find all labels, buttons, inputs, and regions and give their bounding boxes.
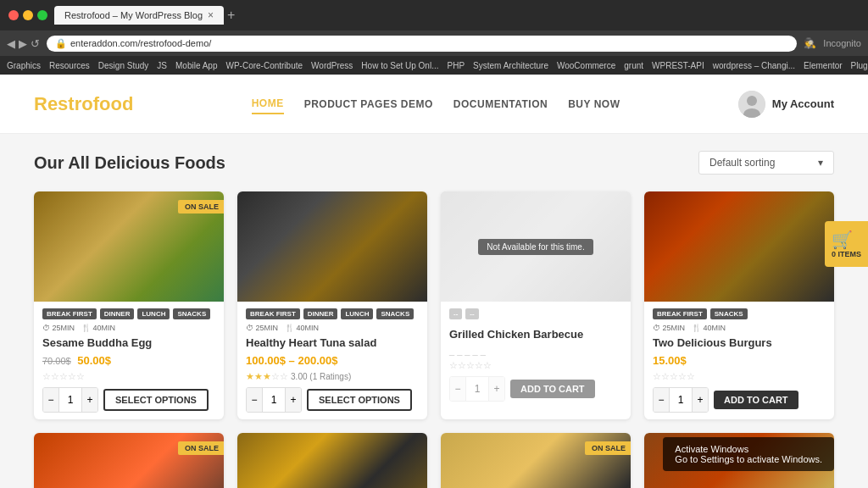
bookmark-wpcore[interactable]: WP-Core-Contribute: [225, 61, 303, 70]
add-to-cart-row-4: − + Add To Cart: [653, 387, 826, 413]
nav-buy-now[interactable]: BUY NOW: [568, 95, 620, 114]
nav-home[interactable]: HOME: [252, 94, 284, 114]
qty-control-4: − +: [653, 387, 709, 413]
tag-row-1: BREAK FIRST DINNER LUNCH SNACKS: [42, 308, 215, 319]
tag-dinner-2: DINNER: [303, 308, 338, 319]
minimize-btn[interactable]: [23, 10, 33, 20]
qty-input-4[interactable]: [669, 388, 693, 412]
bookmark-grunt[interactable]: grunt: [624, 61, 643, 70]
close-tab-icon[interactable]: ×: [208, 9, 214, 21]
activate-line2: Go to Settings to activate Windows.: [675, 454, 822, 464]
incognito-icon: 🕵️: [804, 37, 816, 49]
header-right: My Account: [738, 91, 834, 118]
activate-line1: Activate Windows: [675, 444, 822, 454]
browser-chrome: Restrofood – My WordPress Blog × +: [0, 0, 868, 30]
select-options-btn-2[interactable]: Select Options: [307, 389, 412, 411]
product-body-3: -- -- Grilled Chicken Barbecue _ _ _ _ _…: [441, 302, 631, 408]
product-card-5: ON SALE ⏱ 25MIN 🍴 40MIN: [34, 433, 224, 488]
qty-decrease-3[interactable]: −: [450, 377, 465, 401]
bookmark-js[interactable]: JS: [157, 61, 167, 70]
back-btn[interactable]: ◀: [7, 37, 15, 50]
active-tab[interactable]: Restrofood – My WordPress Blog ×: [54, 6, 224, 25]
tag-lunch-2: LUNCH: [341, 308, 373, 319]
product-name-3: Grilled Chicken Barbecue: [449, 328, 622, 342]
qty-increase-4[interactable]: +: [693, 388, 708, 412]
price-4: 15.00$: [653, 354, 687, 367]
lock-icon: 🔒: [55, 38, 67, 49]
bookmark-sysarch[interactable]: System Architecture: [473, 61, 548, 70]
qty-increase-3[interactable]: +: [489, 377, 504, 401]
tag-snacks: SNACKS: [173, 308, 210, 319]
product-image-3: Not Available for this time.: [441, 191, 631, 302]
logo[interactable]: Restrofood: [34, 93, 133, 115]
cart-icon: 🛒: [832, 230, 861, 250]
bookmark-howto[interactable]: How to Set Up Onl...: [361, 61, 438, 70]
add-to-cart-btn-4[interactable]: Add To Cart: [714, 391, 798, 409]
tag-breakfast: BREAK FIRST: [42, 308, 97, 319]
bookmark-wprest[interactable]: WPREST-API: [652, 61, 704, 70]
not-available-overlay: Not Available for this time.: [441, 191, 631, 302]
qty-input-3[interactable]: [465, 377, 489, 401]
account-label[interactable]: My Account: [772, 97, 834, 110]
bookmark-mobile[interactable]: Mobile App: [175, 61, 217, 70]
qty-decrease-4[interactable]: −: [654, 388, 669, 412]
refresh-btn[interactable]: ↺: [31, 37, 40, 50]
close-btn[interactable]: [8, 10, 19, 20]
nav-product-pages[interactable]: PRODUCT PAGES DEMO: [304, 95, 433, 114]
qty-control-1: − +: [42, 387, 98, 413]
nav-documentation[interactable]: DOCUMENTATION: [453, 95, 548, 114]
tag-breakfast-4: BREAK FIRST: [653, 308, 707, 319]
user-avatar: [738, 91, 765, 118]
price-row-1: 70.00$ 50.00$: [42, 354, 215, 367]
tag-3a: --: [449, 308, 462, 319]
forward-btn[interactable]: ▶: [19, 37, 27, 50]
bookmark-wpchangi[interactable]: wordpress – Changi...: [713, 61, 795, 70]
cart-bubble[interactable]: 🛒 0 ITEMS: [825, 221, 868, 267]
bookmark-woo[interactable]: WooCommerce: [557, 61, 615, 70]
sort-dropdown[interactable]: Default sorting ▾: [698, 151, 834, 175]
maximize-btn[interactable]: [37, 10, 47, 20]
price-2: 100.00$ – 200.00$: [246, 354, 337, 367]
bookmark-elementor[interactable]: Elementor: [804, 61, 843, 70]
qty-increase-2[interactable]: +: [286, 388, 301, 412]
qty-input-1[interactable]: [58, 388, 82, 412]
product-image-7: ON SALE: [441, 433, 631, 488]
cart-count: 0 ITEMS: [832, 250, 861, 258]
section-title: Our All Delicious Foods: [34, 153, 225, 173]
qty-input-2[interactable]: [262, 388, 286, 412]
bookmark-design[interactable]: Design Study: [98, 61, 148, 70]
on-sale-badge-1: ON SALE: [178, 200, 224, 214]
add-to-cart-row-3: − + Add To Cart: [449, 376, 622, 402]
price-row-4: 15.00$: [653, 354, 826, 367]
address-bar[interactable]: 🔒 enteraddon.com/restrofood-demo/: [47, 36, 797, 52]
product-image-4: [644, 191, 834, 302]
bookmark-resources[interactable]: Resources: [49, 61, 90, 70]
section-header: Our All Delicious Foods Default sorting …: [34, 151, 834, 175]
add-to-cart-row-2: − + Select Options: [246, 387, 419, 413]
qty-control-3: − +: [449, 376, 505, 402]
add-to-cart-btn-3[interactable]: Add To Cart: [510, 380, 595, 398]
price-1: 50.00$: [77, 354, 111, 367]
qty-decrease-2[interactable]: −: [247, 388, 262, 412]
qty-control-2: − +: [246, 387, 302, 413]
tab-title: Restrofood – My WordPress Blog: [64, 10, 203, 20]
product-body-4: BREAK FIRST SNACKS ⏱ 25MIN 🍴 40MIN Two D…: [644, 302, 834, 419]
chevron-down-icon: ▾: [818, 157, 823, 169]
logo-text1: Restro: [34, 93, 93, 114]
bookmark-php[interactable]: PHP: [448, 61, 465, 70]
stars-4: ☆☆☆☆☆: [653, 371, 826, 382]
product-grid-row1: ON SALE BREAK FIRST DINNER LUNCH SNACKS …: [34, 191, 834, 419]
bookmark-graphics[interactable]: Graphics: [7, 61, 41, 70]
product-body-2: BREAK FIRST DINNER LUNCH SNACKS ⏱ 25MIN …: [237, 302, 427, 419]
bookmark-plugin[interactable]: Plugin: [851, 61, 868, 70]
nav-buttons: ◀ ▶ ↺: [7, 37, 40, 50]
tag-row-3: -- --: [449, 308, 622, 319]
tag-row-2: BREAK FIRST DINNER LUNCH SNACKS: [246, 308, 419, 319]
bookmark-wordpress[interactable]: WordPress: [311, 61, 353, 70]
qty-increase-1[interactable]: +: [82, 388, 97, 412]
qty-decrease-1[interactable]: −: [43, 388, 58, 412]
product-card-3: Not Available for this time. -- -- Grill…: [441, 191, 631, 419]
select-options-btn-1[interactable]: Select Options: [103, 389, 209, 411]
sort-label: Default sorting: [709, 157, 775, 169]
new-tab-btn[interactable]: +: [227, 8, 235, 23]
